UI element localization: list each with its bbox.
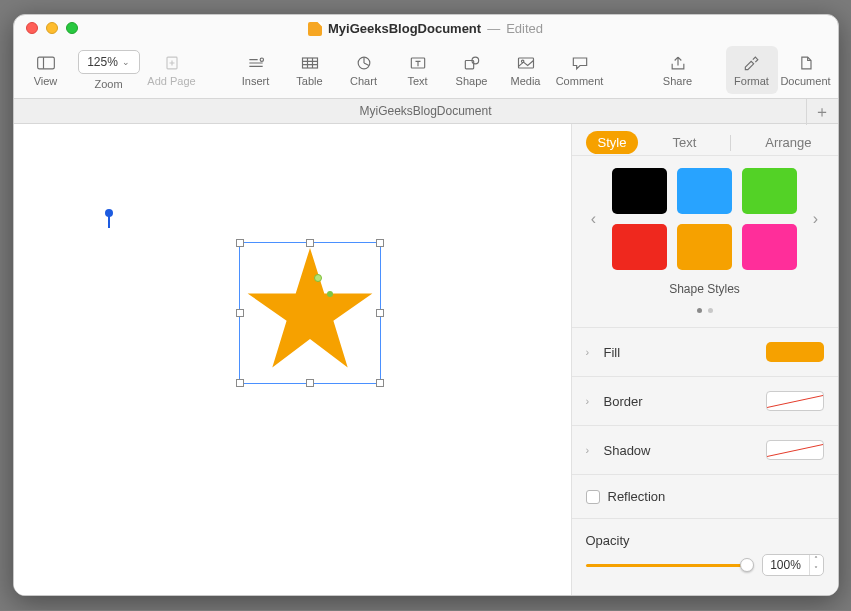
shape-button[interactable]: Shape — [446, 46, 498, 94]
titlebar: MyiGeeksBlogDocument — Edited — [14, 15, 838, 42]
document-tab-title[interactable]: MyiGeeksBlogDocument — [359, 104, 491, 118]
share-label: Share — [663, 75, 692, 87]
chart-icon — [352, 54, 376, 72]
stepper-up-button[interactable]: ˄ — [810, 555, 823, 565]
comment-label: Comment — [556, 75, 604, 87]
app-window: MyiGeeksBlogDocument — Edited View 125% … — [13, 14, 839, 596]
share-button[interactable]: Share — [652, 46, 704, 94]
opacity-control: Opacity 100% ˄ ˅ — [586, 533, 824, 576]
insert-label: Insert — [242, 75, 270, 87]
insert-icon — [244, 54, 268, 72]
add-page-icon — [160, 54, 184, 72]
format-label: Format — [734, 75, 769, 87]
resize-handle-tl[interactable] — [236, 239, 244, 247]
opacity-value: 100% — [763, 558, 809, 572]
separator — [572, 376, 838, 377]
traffic-lights — [26, 22, 78, 34]
plus-icon: ＋ — [814, 102, 830, 123]
document-tab-strip: MyiGeeksBlogDocument ＋ — [14, 98, 838, 124]
inspector-tab-arrange[interactable]: Arrange — [753, 131, 823, 154]
border-none-chip[interactable] — [766, 391, 824, 411]
style-swatch-pink[interactable] — [742, 224, 797, 270]
media-label: Media — [511, 75, 541, 87]
media-button[interactable]: Media — [500, 46, 552, 94]
document-label: Document — [780, 75, 830, 87]
comment-button[interactable]: Comment — [554, 46, 606, 94]
swatch-next-button[interactable]: › — [808, 210, 824, 228]
pager-dot-1[interactable] — [697, 308, 702, 313]
separator — [572, 425, 838, 426]
style-swatch-blue[interactable] — [677, 168, 732, 214]
fill-row[interactable]: › Fill — [586, 342, 824, 362]
text-cursor — [108, 214, 110, 228]
add-page-label: Add Page — [147, 75, 195, 87]
slider-thumb[interactable] — [740, 558, 754, 572]
document-icon — [794, 54, 818, 72]
stepper-down-button[interactable]: ˅ — [810, 565, 823, 575]
format-icon — [740, 54, 764, 72]
style-swatch-orange[interactable] — [677, 224, 732, 270]
view-button[interactable]: View — [20, 46, 72, 94]
add-page-button[interactable]: Add Page — [146, 46, 198, 94]
style-swatch-black[interactable] — [612, 168, 667, 214]
title-center: MyiGeeksBlogDocument — Edited — [26, 21, 826, 36]
slider-track — [586, 564, 752, 567]
document-sep: — — [487, 21, 500, 36]
inspector-tab-style[interactable]: Style — [586, 131, 639, 154]
shadow-row[interactable]: › Shadow — [586, 440, 824, 460]
chevron-right-icon: › — [586, 444, 596, 456]
style-swatch-green[interactable] — [742, 168, 797, 214]
reflection-row: Reflection — [586, 489, 824, 504]
maximize-window-button[interactable] — [66, 22, 78, 34]
main-area: Style Text Arrange ‹ — [14, 124, 838, 595]
document-status: Edited — [506, 21, 543, 36]
separator — [572, 327, 838, 328]
text-button[interactable]: Text — [392, 46, 444, 94]
format-button[interactable]: Format — [726, 46, 778, 94]
shape-icon — [460, 54, 484, 72]
resize-handle-mr[interactable] — [376, 309, 384, 317]
zoom-label: Zoom — [94, 78, 122, 90]
resize-handle-ml[interactable] — [236, 309, 244, 317]
chevron-right-icon: › — [586, 346, 596, 358]
svg-point-8 — [260, 58, 263, 61]
zoom-control[interactable]: 125% ⌄ Zoom — [74, 50, 144, 90]
share-icon — [666, 54, 690, 72]
opacity-value-field[interactable]: 100% ˄ ˅ — [762, 554, 824, 576]
text-icon — [406, 54, 430, 72]
resize-handle-tr[interactable] — [376, 239, 384, 247]
sidebar-icon — [34, 54, 58, 72]
resize-handle-tm[interactable] — [306, 239, 314, 247]
resize-handle-bm[interactable] — [306, 379, 314, 387]
document-canvas[interactable] — [14, 124, 571, 595]
table-icon — [298, 54, 322, 72]
minimize-window-button[interactable] — [46, 22, 58, 34]
border-label: Border — [604, 394, 643, 409]
chart-button[interactable]: Chart — [338, 46, 390, 94]
inspector-tab-text[interactable]: Text — [660, 131, 708, 154]
resize-handle-bl[interactable] — [236, 379, 244, 387]
document-button[interactable]: Document — [780, 46, 832, 94]
resize-handle-br[interactable] — [376, 379, 384, 387]
reflection-checkbox[interactable] — [586, 490, 600, 504]
chevron-right-icon: › — [586, 395, 596, 407]
insert-button[interactable]: Insert — [230, 46, 282, 94]
table-label: Table — [296, 75, 322, 87]
tab-divider — [730, 135, 731, 151]
table-button[interactable]: Table — [284, 46, 336, 94]
style-swatch-red[interactable] — [612, 224, 667, 270]
fill-color-chip[interactable] — [766, 342, 824, 362]
opacity-slider[interactable] — [586, 557, 752, 573]
swatch-prev-button[interactable]: ‹ — [586, 210, 602, 228]
add-tab-button[interactable]: ＋ — [806, 99, 838, 125]
chevron-down-icon: ⌄ — [122, 57, 130, 67]
pager-dot-2[interactable] — [708, 308, 713, 313]
toolbar: View 125% ⌄ Zoom Add Page Insert Table C… — [14, 42, 838, 98]
document-title: MyiGeeksBlogDocument — [328, 21, 481, 36]
chevron-left-icon: ‹ — [591, 210, 596, 227]
shadow-none-chip[interactable] — [766, 440, 824, 460]
close-window-button[interactable] — [26, 22, 38, 34]
border-row[interactable]: › Border — [586, 391, 824, 411]
format-inspector: Style Text Arrange ‹ — [571, 124, 838, 595]
svg-rect-0 — [37, 57, 54, 69]
